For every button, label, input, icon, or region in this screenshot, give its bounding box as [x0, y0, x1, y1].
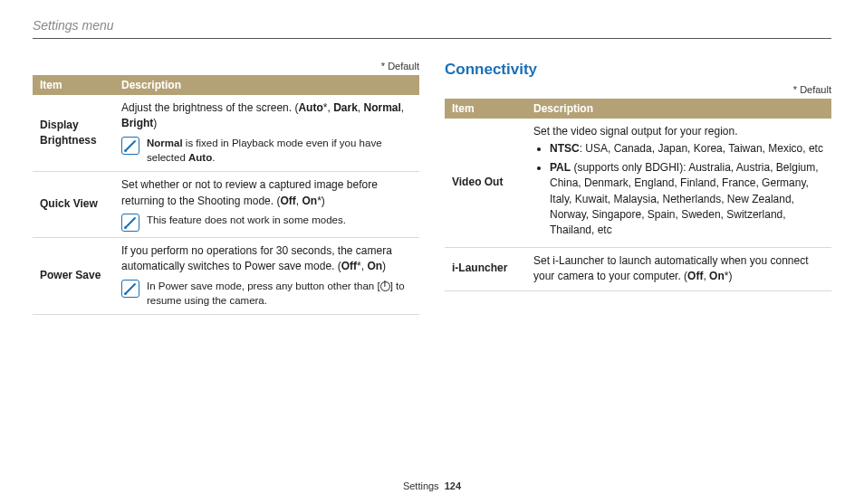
- note-text: Normal is fixed in Playback mode even if…: [147, 136, 412, 166]
- item-label: Display Brightness: [33, 95, 114, 172]
- default-note-left: * Default: [33, 61, 419, 71]
- power-icon: [380, 281, 390, 291]
- breadcrumb: Settings menu: [33, 18, 831, 39]
- col-header-desc: Description: [114, 75, 419, 95]
- settings-table-right: Item Description Video Out Set the video…: [445, 99, 831, 291]
- row-power-save: Power Save If you perform no operations …: [33, 237, 419, 314]
- default-note-right: * Default: [445, 84, 831, 95]
- note-text: This feature does not work in some modes…: [147, 213, 412, 228]
- row-quick-view: Quick View Set whether or not to review …: [33, 172, 419, 238]
- item-label: Quick View: [33, 172, 114, 238]
- page-number: 124: [445, 480, 461, 491]
- item-desc: Set i-Launcher to launch automatically w…: [526, 247, 831, 290]
- item-desc: Set whether or not to review a captured …: [114, 172, 419, 238]
- item-label: i-Launcher: [445, 247, 526, 290]
- note-text: In Power save mode, press any button oth…: [147, 279, 412, 309]
- col-header-item: Item: [445, 99, 526, 119]
- settings-table-left: Item Description Display Brightness Adju…: [33, 75, 419, 315]
- item-desc: Set the video signal output for your reg…: [526, 119, 831, 247]
- item-desc: Adjust the brightness of the screen. (Au…: [114, 95, 419, 172]
- page-footer: Settings 124: [0, 480, 864, 491]
- row-video-out: Video Out Set the video signal output fo…: [445, 119, 831, 247]
- footer-section: Settings: [403, 480, 439, 491]
- bullet-ntsc: NTSC: USA, Canada, Japan, Korea, Taiwan,…: [550, 141, 824, 157]
- col-header-desc: Description: [526, 99, 831, 119]
- left-column: * Default Item Description Display Brigh…: [33, 61, 419, 315]
- note-icon: [121, 280, 139, 298]
- item-desc: If you perform no operations for 30 seco…: [114, 237, 419, 314]
- row-display-brightness: Display Brightness Adjust the brightness…: [33, 95, 419, 172]
- section-title-connectivity: Connectivity: [445, 61, 831, 79]
- right-column: Connectivity * Default Item Description …: [445, 61, 831, 315]
- item-label: Power Save: [33, 237, 114, 314]
- bullet-pal: PAL (supports only BDGHI): Australia, Au…: [550, 160, 824, 239]
- note-icon: [121, 137, 139, 155]
- row-ilauncher: i-Launcher Set i-Launcher to launch auto…: [445, 247, 831, 290]
- note-icon: [121, 214, 139, 232]
- item-label: Video Out: [445, 119, 526, 247]
- col-header-item: Item: [33, 75, 114, 95]
